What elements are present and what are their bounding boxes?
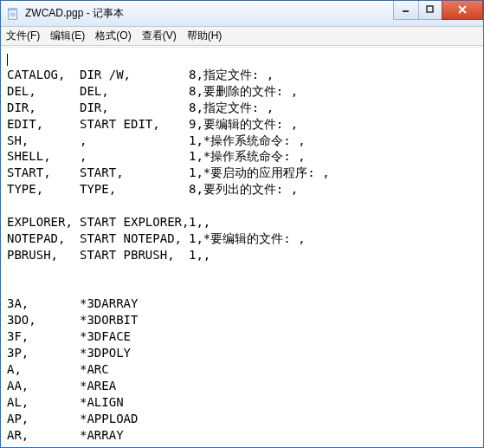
minimize-button[interactable]	[393, 1, 419, 20]
text-area[interactable]: CATALOG,DIR /W,8,指定文件: , DEL,DEL,8,要删除的文…	[2, 47, 482, 446]
window-title: ZWCAD.pgp - 记事本	[25, 6, 394, 21]
notepad-window: ZWCAD.pgp - 记事本 文件(F) 编辑(E) 格式(O) 查看(V) …	[0, 0, 484, 448]
notepad-icon	[6, 7, 20, 21]
window-controls	[394, 1, 483, 20]
menubar: 文件(F) 编辑(E) 格式(O) 查看(V) 帮助(H)	[1, 27, 483, 46]
text-cursor	[7, 54, 8, 66]
svg-rect-1	[9, 8, 17, 10]
menu-help[interactable]: 帮助(H)	[187, 29, 223, 43]
titlebar[interactable]: ZWCAD.pgp - 记事本	[1, 1, 483, 27]
menu-edit[interactable]: 编辑(E)	[50, 29, 85, 43]
close-button[interactable]	[442, 1, 483, 20]
menu-view[interactable]: 查看(V)	[142, 29, 177, 43]
menu-file[interactable]: 文件(F)	[6, 29, 40, 43]
file-content: CATALOG,DIR /W,8,指定文件: , DEL,DEL,8,要删除的文…	[7, 67, 477, 446]
svg-rect-6	[427, 6, 433, 12]
menu-format[interactable]: 格式(O)	[95, 29, 131, 43]
maximize-button[interactable]	[418, 1, 442, 20]
